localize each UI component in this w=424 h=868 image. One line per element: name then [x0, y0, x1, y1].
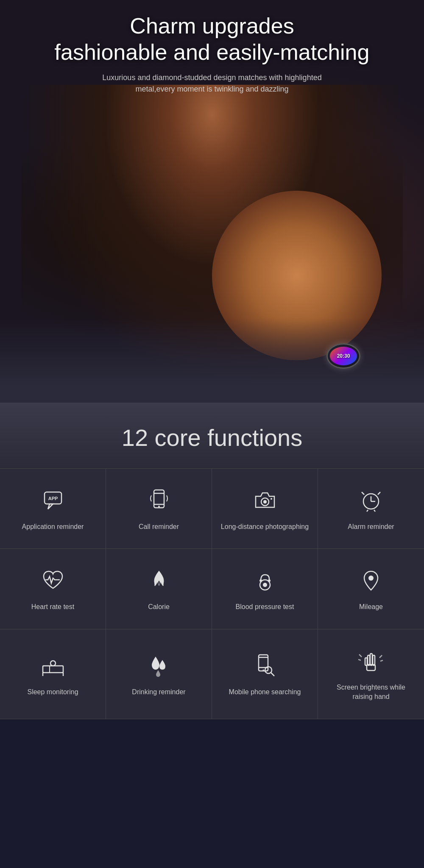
svg-rect-37	[365, 658, 367, 665]
svg-point-6	[158, 506, 160, 507]
hero-fade-overlay	[0, 318, 424, 403]
svg-rect-35	[370, 654, 372, 665]
sleep-icon	[38, 651, 68, 681]
alarm-label: Alarm reminder	[348, 522, 394, 531]
svg-point-9	[271, 498, 272, 500]
hero-section: 20:30 Charm upgrades fashionable and eas…	[0, 0, 424, 403]
phone-search-icon	[250, 651, 280, 681]
drinking-icon	[144, 651, 174, 681]
mileage-icon	[356, 566, 386, 595]
hero-text-block: Charm upgrades fashionable and easily-ma…	[55, 0, 370, 95]
svg-rect-22	[43, 666, 63, 673]
functions-title: 12 core functions	[8, 424, 416, 451]
blood-pressure-icon	[250, 566, 280, 595]
svg-point-19	[259, 579, 262, 582]
svg-line-16	[374, 510, 375, 512]
alarm-icon	[356, 486, 386, 515]
svg-line-13	[362, 492, 364, 495]
heart-rate-icon	[38, 566, 68, 595]
svg-rect-23	[43, 666, 50, 673]
raise-hand-icon	[356, 646, 386, 676]
app-reminder-icon: APP	[38, 486, 68, 515]
svg-line-14	[378, 492, 380, 495]
svg-rect-36	[373, 655, 375, 665]
function-cell-raise-hand: Screen brightens while raising hand	[318, 629, 424, 719]
function-cell-call-reminder: Call reminder	[106, 469, 212, 549]
phone-search-label: Mobile phone searching	[229, 687, 301, 697]
svg-point-30	[262, 669, 264, 670]
svg-line-41	[380, 660, 383, 661]
svg-point-24	[50, 661, 56, 666]
calorie-label: Calorie	[148, 602, 170, 612]
function-cell-drinking: Drinking reminder	[106, 629, 212, 719]
function-cell-sleep: Sleep monitoring	[0, 629, 106, 719]
blood-pressure-label: Blood pressure test	[236, 602, 294, 612]
watch-face: 20:30	[326, 343, 360, 369]
smartwatch: 20:30	[326, 343, 360, 369]
svg-point-8	[263, 500, 267, 504]
functions-grid: APP Application reminder Call remind	[0, 468, 424, 719]
call-reminder-icon	[144, 486, 174, 515]
call-reminder-label: Call reminder	[139, 522, 179, 531]
calorie-icon	[144, 566, 174, 595]
heart-rate-label: Heart rate test	[31, 602, 74, 612]
svg-point-18	[263, 583, 267, 587]
camera-label: Long-distance photographing	[221, 522, 309, 531]
svg-line-39	[358, 659, 361, 660]
hero-subtitle: Luxurious and diamond-studded design mat…	[93, 72, 331, 95]
svg-line-15	[367, 510, 368, 512]
function-cell-heart-rate: Heart rate test	[0, 549, 106, 629]
sleep-label: Sleep monitoring	[27, 687, 78, 697]
app-reminder-label: Application reminder	[22, 522, 84, 531]
camera-icon	[250, 486, 280, 515]
drinking-label: Drinking reminder	[132, 687, 185, 697]
watch-time: 20:30	[337, 353, 350, 359]
function-cell-alarm: Alarm reminder	[318, 469, 424, 549]
mileage-label: Mileage	[359, 602, 383, 612]
svg-point-21	[368, 576, 374, 581]
function-cell-blood-pressure: Blood pressure test	[212, 549, 318, 629]
svg-line-38	[359, 654, 362, 657]
svg-point-20	[268, 579, 271, 582]
functions-header: 12 core functions	[0, 403, 424, 468]
function-cell-app-reminder: APP Application reminder	[0, 469, 106, 549]
hero-title: Charm upgrades fashionable and easily-ma…	[55, 13, 370, 66]
functions-section: 12 core functions APP Application remind…	[0, 403, 424, 719]
raise-hand-label: Screen brightens while raising hand	[326, 683, 416, 702]
svg-rect-3	[154, 490, 164, 508]
function-cell-mileage: Mileage	[318, 549, 424, 629]
function-cell-camera: Long-distance photographing	[212, 469, 318, 549]
svg-line-40	[379, 655, 382, 658]
svg-rect-34	[368, 655, 370, 665]
svg-text:APP: APP	[48, 496, 58, 501]
function-cell-phone-search: Mobile phone searching	[212, 629, 318, 719]
svg-marker-1	[48, 504, 53, 509]
svg-line-32	[271, 673, 274, 676]
function-cell-calorie: Calorie	[106, 549, 212, 629]
